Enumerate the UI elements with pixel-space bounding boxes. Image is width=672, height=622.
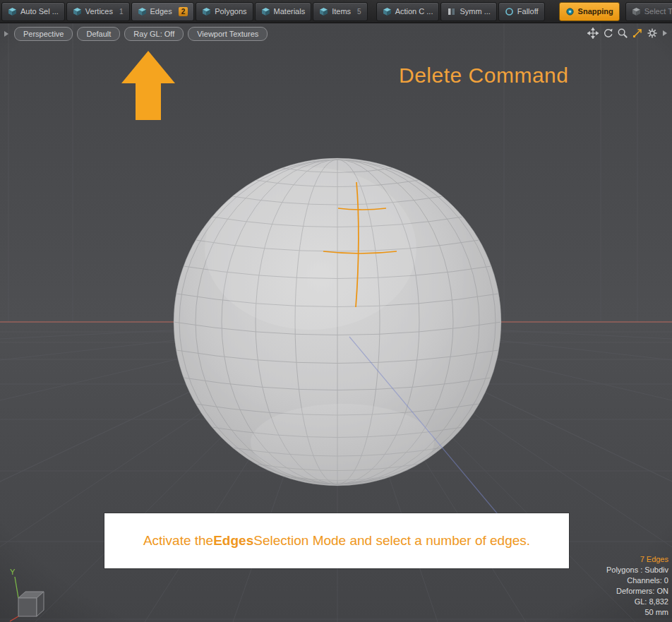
zoom-icon[interactable] — [617, 28, 628, 39]
y-axis-arrow — [15, 577, 18, 598]
cube-icon — [8, 7, 17, 16]
status-line-deformers: Deformers: ON — [606, 586, 668, 597]
button-label: Default — [86, 30, 111, 38]
ray-gl-button[interactable]: Ray GL: Off — [124, 27, 184, 41]
viewport-menu-arrow-icon[interactable] — [3, 30, 10, 38]
workplane-cube — [18, 592, 44, 616]
cube-icon — [261, 7, 270, 16]
tab-label: Auto Sel ... — [20, 7, 59, 16]
tab-label: Select T ... — [644, 7, 672, 16]
button-label: Perspective — [23, 30, 64, 38]
cube-icon — [202, 7, 211, 16]
axis-y-label: Y — [10, 568, 16, 576]
tab-label: Polygons — [215, 7, 246, 16]
tab-falloff[interactable]: Falloff — [498, 2, 545, 21]
viewport-toolbar: Perspective Default Ray GL: Off Viewport… — [3, 27, 268, 41]
tab-vertices[interactable]: Vertices 1 — [66, 2, 130, 21]
tab-shortcut-number: 5 — [357, 8, 361, 16]
status-line-gl: GL: 8,832 — [606, 597, 668, 607]
tab-shortcut-number: 2 — [179, 7, 188, 16]
tab-label: Action C ... — [395, 7, 433, 16]
viewport-3d[interactable]: Perspective Default Ray GL: Off Viewport… — [0, 23, 672, 622]
caption-text: Activate the — [143, 533, 213, 549]
button-label: Ray GL: Off — [133, 30, 174, 38]
snapping-icon — [565, 7, 575, 16]
viewport-nav-icons — [587, 28, 668, 39]
app-window: Auto Sel ... Vertices 1 Edges 2 Polygons… — [0, 0, 672, 622]
tab-symmetry[interactable]: Symm ... — [440, 2, 496, 21]
status-readout: 7 Edges Polygons : Subdiv Channels: 0 De… — [606, 554, 668, 618]
caption-text: Selection Mode and select a number of ed… — [253, 533, 530, 549]
tab-materials[interactable]: Materials — [255, 2, 312, 21]
annotation-title: Delete Command — [399, 64, 568, 88]
tab-polygons[interactable]: Polygons — [196, 2, 253, 21]
tab-auto-select[interactable]: Auto Sel ... — [1, 2, 65, 21]
viewport-textures-button[interactable]: Viewport Textures — [188, 27, 268, 41]
pan-move-icon[interactable] — [587, 28, 599, 39]
cube-icon — [383, 7, 392, 16]
tab-action-center[interactable]: Action C ... — [376, 2, 440, 21]
button-label: Viewport Textures — [197, 30, 258, 38]
tab-label: Symm ... — [460, 7, 490, 16]
viewport-options-arrow-icon[interactable] — [661, 28, 668, 38]
perspective-button[interactable]: Perspective — [14, 27, 73, 41]
caption-box: Activate the Edges Selection Mode and se… — [104, 513, 569, 568]
shading-default-button[interactable]: Default — [77, 27, 120, 41]
cube-icon — [138, 7, 147, 16]
tab-select-through[interactable]: Select T ... — [625, 2, 672, 21]
status-line-channels: Channels: 0 — [606, 575, 668, 586]
cube-icon — [319, 7, 328, 16]
cube-gray-icon — [632, 7, 641, 16]
status-line-grid-size: 50 mm — [606, 607, 668, 618]
symmetry-icon — [447, 7, 456, 16]
tab-label: Edges — [150, 7, 172, 16]
tab-snapping[interactable]: Snapping — [559, 2, 620, 21]
axis-gizmo: Y — [7, 566, 58, 622]
caption-text-bold: Edges — [213, 533, 253, 549]
tab-shortcut-number: 1 — [119, 8, 124, 16]
status-line-polygons: Polygons : Subdiv — [606, 565, 668, 575]
tab-label: Snapping — [578, 7, 613, 16]
tab-items[interactable]: Items 5 — [313, 2, 367, 21]
rotate-view-icon[interactable] — [602, 28, 613, 39]
tab-label: Vertices — [85, 7, 113, 16]
x-axis-arrow — [10, 616, 18, 621]
arrow-annotation — [120, 48, 176, 121]
tab-label: Items — [332, 7, 351, 16]
maximize-viewport-icon[interactable] — [632, 28, 643, 39]
tab-edges[interactable]: Edges 2 — [131, 2, 195, 21]
selection-count: 7 Edges — [606, 554, 668, 565]
cube-icon — [73, 7, 82, 16]
tab-label: Materials — [274, 7, 306, 16]
falloff-icon — [505, 7, 514, 16]
selection-mode-tabbar: Auto Sel ... Vertices 1 Edges 2 Polygons… — [0, 0, 672, 23]
viewport-settings-gear-icon[interactable] — [647, 28, 658, 39]
tab-label: Falloff — [517, 7, 539, 16]
